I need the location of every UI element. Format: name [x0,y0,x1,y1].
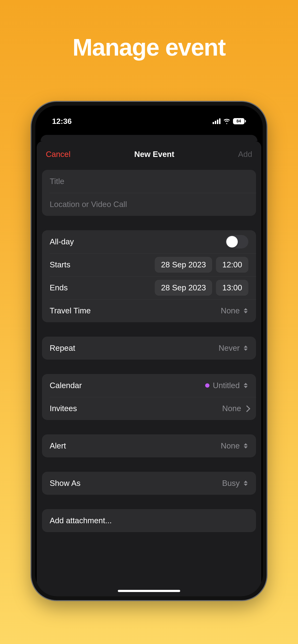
wifi-icon [223,118,230,124]
ends-time-button[interactable]: 13:00 [216,280,248,296]
battery-icon: 84 [233,118,246,124]
location-row [42,193,256,216]
travel-time-label: Travel Time [50,306,91,315]
home-indicator[interactable] [118,590,180,592]
allday-label: All-day [50,237,74,246]
calendar-value: Untitled [213,381,240,390]
sheet-nav-bar: Cancel New Event Add [37,141,261,166]
alert-group: Alert None [42,434,256,457]
cellular-signal-icon [213,118,221,124]
calendar-invitees-group: Calendar Untitled Invitees None [42,374,256,420]
battery-level: 84 [237,119,241,124]
calendar-color-dot [205,383,209,388]
add-attachment-row[interactable]: Add attachment... [42,509,256,532]
invitees-value: None [222,404,241,413]
status-indicators: 84 [213,118,246,124]
location-input[interactable] [50,200,248,209]
datetime-group: All-day Starts 28 Sep 2023 12:00 Ends [42,230,256,322]
repeat-label: Repeat [50,344,75,353]
cancel-button[interactable]: Cancel [46,150,71,159]
starts-time-button[interactable]: 12:00 [216,257,248,273]
repeat-group: Repeat Never [42,336,256,360]
toggle-knob [226,236,238,248]
ends-label: Ends [50,283,68,292]
invitees-label: Invitees [50,404,77,413]
title-location-group [42,170,256,216]
new-event-sheet: Cancel New Event Add All-day [37,141,261,596]
background-sheet-peek [41,135,257,141]
promo-title: Manage event [72,34,225,61]
travel-time-value: None [221,306,240,315]
starts-label: Starts [50,260,70,269]
add-attachment-label: Add attachment... [50,516,112,525]
add-button[interactable]: Add [238,150,252,159]
calendar-row[interactable]: Calendar Untitled [42,374,256,397]
title-row [42,170,256,193]
chevron-updown-icon [243,344,248,352]
alert-value: None [221,441,240,450]
showas-value: Busy [222,479,240,488]
ends-row: Ends 28 Sep 2023 13:00 [42,276,256,299]
invitees-row[interactable]: Invitees None [42,397,256,420]
chevron-updown-icon [243,442,248,450]
allday-row: All-day [42,230,256,253]
chevron-updown-icon [243,480,248,487]
phone-screen: 12:36 84 Cancel New Event [35,106,263,596]
repeat-value: Never [219,344,240,353]
chevron-updown-icon [243,307,248,314]
attachment-group: Add attachment... [42,509,256,532]
chevron-right-icon [244,406,248,412]
dynamic-island [125,112,173,125]
sheet-content[interactable]: All-day Starts 28 Sep 2023 12:00 Ends [37,166,261,596]
alert-label: Alert [50,441,66,450]
alert-row[interactable]: Alert None [42,434,256,457]
showas-row[interactable]: Show As Busy [42,472,256,495]
showas-label: Show As [50,479,80,488]
travel-time-row[interactable]: Travel Time None [42,299,256,322]
chevron-updown-icon [243,382,248,389]
status-time: 12:36 [52,117,72,126]
repeat-row[interactable]: Repeat Never [42,336,256,360]
phone-frame: 12:36 84 Cancel New Event [32,102,266,600]
starts-row: Starts 28 Sep 2023 12:00 [42,253,256,276]
calendar-label: Calendar [50,381,82,390]
allday-toggle[interactable] [225,235,248,248]
showas-group: Show As Busy [42,472,256,495]
ends-date-button[interactable]: 28 Sep 2023 [155,280,212,296]
starts-date-button[interactable]: 28 Sep 2023 [155,257,212,273]
sheet-title: New Event [134,150,175,159]
event-title-input[interactable] [50,177,248,186]
